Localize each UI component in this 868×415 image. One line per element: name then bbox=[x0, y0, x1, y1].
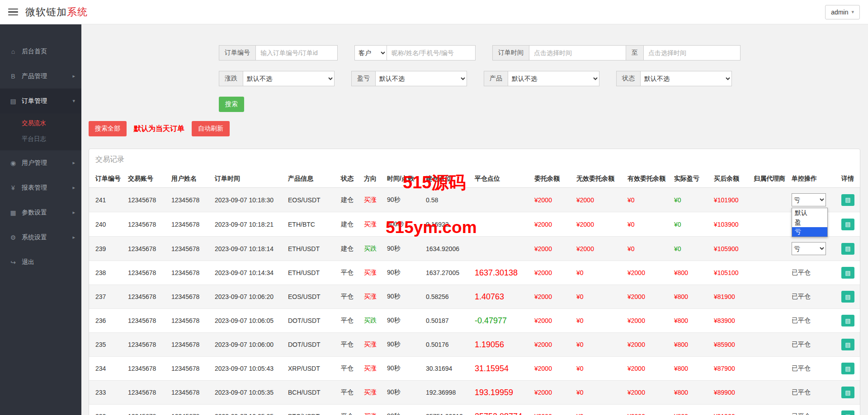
dropdown-option[interactable]: 盈 bbox=[792, 218, 827, 227]
search-button[interactable]: 搜索 bbox=[219, 97, 244, 112]
detail-button[interactable]: ▤ bbox=[841, 291, 854, 303]
detail-icon: ▤ bbox=[845, 294, 850, 300]
cell-agent bbox=[750, 237, 788, 261]
admin-label: admin bbox=[831, 9, 848, 16]
cell-order-time: 2023-09-07 10:05:35 bbox=[211, 381, 284, 405]
cell-status: 平仓 bbox=[337, 261, 360, 285]
cell-order-id: 237 bbox=[89, 285, 124, 309]
cell-valid-entrust: ¥0 bbox=[624, 212, 670, 237]
updown-select[interactable]: 默认不选 bbox=[243, 71, 335, 86]
sidebar-item-logout[interactable]: ↪退出 bbox=[0, 250, 81, 275]
cell-product: BTC/USDT bbox=[284, 405, 337, 415]
detail-button[interactable]: ▤ bbox=[841, 219, 854, 230]
cell-open-price: 30.31694 bbox=[422, 357, 471, 381]
cell-profit: ¥800 bbox=[670, 261, 710, 285]
column-header-2: 用户姓名 bbox=[168, 170, 211, 188]
cell-open-price: 1634.92006 bbox=[422, 237, 471, 261]
profit-select[interactable]: 默认不选 bbox=[376, 71, 467, 86]
order-time-filter: 订单时间 至 bbox=[492, 45, 741, 61]
order-time-label: 订单时间 bbox=[492, 45, 529, 61]
chevron-icon: ▸ bbox=[72, 234, 75, 240]
dropdown-option[interactable]: 默认 bbox=[792, 208, 827, 218]
time-to-input[interactable] bbox=[644, 45, 741, 61]
cell-entrust-balance: ¥2000 bbox=[531, 212, 573, 237]
cell-open-price: 0.58 bbox=[422, 188, 471, 212]
cell-account: 12345678 bbox=[124, 333, 168, 357]
cell-after-balance: ¥87900 bbox=[710, 357, 750, 381]
sidebar-item-params[interactable]: ▦参数设置▸ bbox=[0, 200, 81, 225]
cell-open-price: 0.58256 bbox=[422, 285, 471, 309]
time-from-input[interactable] bbox=[529, 45, 626, 61]
sidebar-item-user[interactable]: ◉用户管理▸ bbox=[0, 150, 81, 175]
cell-invalid-entrust: ¥2000 bbox=[573, 212, 624, 237]
cell-agent bbox=[750, 188, 788, 212]
cell-agent bbox=[750, 212, 788, 237]
detail-button[interactable]: ▤ bbox=[841, 363, 854, 374]
detail-button[interactable]: ▤ bbox=[841, 243, 854, 255]
table-header-row: 订单编号交易账号用户姓名订单时间产品信息状态方向时间/点数建仓点位平仓点位委托余… bbox=[89, 170, 860, 188]
customer-input[interactable] bbox=[387, 45, 476, 61]
column-header-7: 时间/点数 bbox=[383, 170, 422, 188]
sidebar-item-label: 系统设置 bbox=[22, 233, 72, 242]
column-header-5: 状态 bbox=[337, 170, 360, 188]
cell-control: 已平仓 bbox=[788, 309, 838, 333]
table-row: 23912345678123456782023-09-07 10:18:14ET… bbox=[89, 237, 860, 261]
cell-valid-entrust: ¥2000 bbox=[624, 357, 670, 381]
sidebar-item-product[interactable]: B产品管理▸ bbox=[0, 64, 81, 89]
sidebar-subitem-trade-flow[interactable]: 交易流水 bbox=[0, 115, 81, 131]
chevron-icon: ▸ bbox=[72, 73, 75, 79]
cell-product: DOT/USDT bbox=[284, 309, 337, 333]
detail-button[interactable]: ▤ bbox=[841, 194, 854, 206]
cell-direction: 买涨 bbox=[360, 405, 383, 415]
product-select[interactable]: 默认不选 bbox=[508, 71, 599, 86]
cell-open-price: 0.16922 bbox=[422, 212, 471, 237]
cell-product: ETH/BTC bbox=[284, 212, 337, 237]
detail-icon: ▤ bbox=[845, 365, 850, 372]
cell-profit: ¥0 bbox=[670, 212, 710, 237]
sidebar-item-label: 报表管理 bbox=[22, 184, 72, 192]
cell-valid-entrust: ¥2000 bbox=[624, 381, 670, 405]
cell-entrust-balance: ¥2000 bbox=[531, 357, 573, 381]
detail-button[interactable]: ▤ bbox=[841, 267, 854, 279]
sidebar-subitem-platform-log[interactable]: 平台日志 bbox=[0, 131, 81, 147]
sidebar-item-system[interactable]: ⚙系统设置▸ bbox=[0, 225, 81, 250]
cell-control: 已平仓 bbox=[788, 405, 838, 415]
cell-profit: ¥0 bbox=[670, 237, 710, 261]
control-select[interactable]: 默认盈亏 bbox=[792, 193, 826, 206]
cell-invalid-entrust: ¥0 bbox=[573, 405, 624, 415]
sidebar-item-order[interactable]: ▤订单管理▾ bbox=[0, 89, 81, 113]
detail-button[interactable]: ▤ bbox=[841, 315, 854, 326]
auto-refresh-button[interactable]: 自动刷新 bbox=[192, 121, 230, 136]
search-all-button[interactable]: 搜索全部 bbox=[89, 121, 127, 136]
menu-toggle-icon[interactable] bbox=[8, 9, 18, 16]
detail-button[interactable]: ▤ bbox=[841, 339, 854, 350]
cell-order-id: 239 bbox=[89, 237, 124, 261]
cell-points: 90秒 bbox=[383, 357, 422, 381]
control-select[interactable]: 默认盈亏 bbox=[792, 242, 826, 255]
cell-username: 12345678 bbox=[168, 285, 211, 309]
detail-button[interactable]: ▤ bbox=[841, 387, 854, 398]
sidebar-item-dashboard[interactable]: ⌂后台首页 bbox=[0, 39, 81, 64]
cell-status: 平仓 bbox=[337, 285, 360, 309]
cell-profit: ¥800 bbox=[670, 309, 710, 333]
report-icon: ¥ bbox=[9, 184, 17, 191]
cell-valid-entrust: ¥2000 bbox=[624, 405, 670, 415]
cell-username: 12345678 bbox=[168, 261, 211, 285]
cell-after-balance: ¥83900 bbox=[710, 309, 750, 333]
cell-after-balance: ¥81900 bbox=[710, 285, 750, 309]
dropdown-option[interactable]: 亏 bbox=[792, 227, 827, 237]
trade-records-panel: 交易记录 订单编号交易账号用户姓名订单时间产品信息状态方向时间/点数建仓点位平仓… bbox=[89, 149, 860, 415]
status-select[interactable]: 默认不选 bbox=[641, 71, 732, 86]
customer-type-select[interactable]: 客户 bbox=[354, 45, 387, 61]
column-header-16: 单控操作 bbox=[788, 170, 838, 188]
cell-valid-entrust: ¥0 bbox=[624, 188, 670, 212]
detail-button[interactable]: ▤ bbox=[841, 410, 854, 415]
cell-order-id: 235 bbox=[89, 333, 124, 357]
cell-order-id: 236 bbox=[89, 309, 124, 333]
cell-product: EOS/USDT bbox=[284, 188, 337, 212]
sidebar-item-report[interactable]: ¥报表管理▸ bbox=[0, 175, 81, 200]
cell-close-price bbox=[471, 212, 531, 237]
order-no-input[interactable] bbox=[256, 45, 338, 61]
admin-dropdown[interactable]: admin ▾ bbox=[825, 5, 860, 19]
cell-close-price: 31.15954 bbox=[471, 357, 531, 381]
